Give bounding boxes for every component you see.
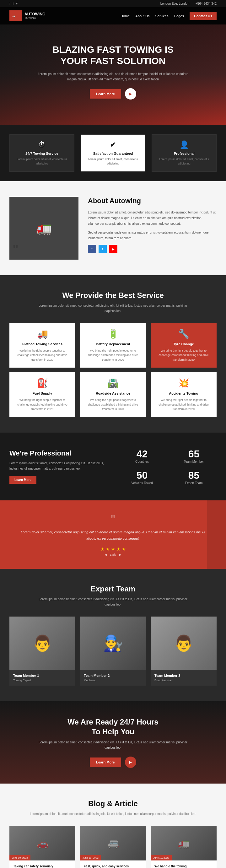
nav-pages[interactable]: Pages: [174, 14, 184, 18]
battery-title: Battery Replacement: [86, 342, 140, 346]
testi-prev[interactable]: ◀: [104, 553, 107, 556]
testimonial-side-image: [207, 500, 226, 569]
professional-desc: Lorem ipsum dolor sit amet, consectetur …: [158, 157, 211, 166]
hero-desc: Lorem ipsum dolor sit amet, consectetur …: [35, 71, 191, 82]
towing-service-desc: Lorem ipsum dolor sit amet, consectetur …: [15, 157, 68, 166]
satisfaction-title: Satisfaction Guaranteed: [87, 152, 140, 155]
svg-text:🚛: 🚛: [12, 15, 15, 18]
blog-image-2: 🚛 June 19, 2022: [151, 826, 217, 861]
learn-more-button[interactable]: Learn More: [90, 89, 121, 99]
facebook-icon[interactable]: f: [9, 2, 10, 5]
hero-title: Blazing Fast Towing is Your Fast Solutio…: [35, 44, 191, 67]
blog-post-title-0: Taking car safety seriously: [13, 864, 71, 868]
stat-countries: 42 Countries: [119, 448, 165, 463]
team-info-1: Team Member 2 Mechanic: [80, 670, 146, 686]
nav-services[interactable]: Services: [155, 14, 168, 18]
logo-text: AUTOWING TOWING: [25, 12, 45, 20]
top-bar: f i y London Eye, London +564 5434 342: [0, 0, 226, 7]
location-text: London Eye, London: [160, 2, 189, 5]
professional-left: We're Professional Lorem ipsum dolor sit…: [9, 449, 107, 484]
service-flatbed: 🚚 Flatbed Towing Services We bring the r…: [9, 323, 75, 368]
team-member-2: 👨 Team Member 3 Road Assistant: [151, 617, 217, 686]
services-grid: 🚚 Flatbed Towing Services We bring the r…: [9, 323, 217, 417]
team-member-1: 👨‍🔧 Team Member 2 Mechanic: [80, 617, 146, 686]
youtube-button[interactable]: ▶: [109, 245, 118, 253]
stat-vehicles-label: Vehicles Towed: [119, 481, 165, 485]
team-photo-1: 👨‍🔧: [80, 617, 146, 670]
service-fuel: ⛽ Fuel Supply We bring the right people …: [9, 372, 75, 417]
ready-learn-button[interactable]: Learn More: [90, 757, 121, 767]
about-para2: Sed ut perspiciatis unde omnis iste natu…: [88, 230, 217, 241]
blog-card-2: 🚛 June 19, 2022 We handle the towing Lor…: [151, 826, 217, 868]
youtube-icon[interactable]: y: [16, 2, 18, 5]
social-links[interactable]: f i y: [9, 2, 18, 5]
testimonial-text: Lorem dolor sit amet, consectetur adipis…: [19, 529, 207, 542]
blog-body-0: Taking car safety seriously Lorem ipsum …: [9, 861, 75, 868]
team-grid: 👨 Team Member 1 Towing Expert 👨‍🔧 Team M…: [9, 617, 217, 686]
ready-desc: Lorem ipsum dolor sit amet, consectetur …: [35, 740, 191, 750]
facebook-button[interactable]: f: [88, 245, 96, 253]
blog-image-1: 🚐 June 19, 2022: [80, 826, 146, 861]
fuel-title: Fuel Supply: [15, 392, 70, 395]
stat-expert-value: 85: [171, 470, 217, 481]
nav-home[interactable]: Home: [121, 14, 130, 18]
instagram-icon[interactable]: i: [13, 2, 13, 5]
stat-team: 65 Team Member: [171, 448, 217, 463]
blog-image-0: 🚗 June 19, 2022: [9, 826, 75, 861]
star-rating: ★ ★ ★ ★ ★: [19, 547, 207, 552]
blog-section: Blog & Article Lorem ipsum dolor sit ame…: [0, 783, 226, 868]
blog-title: Blog & Article: [9, 799, 217, 808]
play-button[interactable]: ▶: [125, 88, 136, 99]
blog-grid: 🚗 June 19, 2022 Taking car safety seriou…: [9, 826, 217, 868]
ready-play-button[interactable]: ▶: [125, 756, 136, 768]
about-social: f t ▶: [88, 245, 217, 253]
service-card-1: ✔ Satisfaction Guaranteed Lorem ipsum do…: [81, 134, 146, 172]
twitter-button[interactable]: t: [99, 245, 107, 253]
contact-us-button[interactable]: Contact Us: [190, 12, 217, 20]
professional-desc: Lorem ipsum dolor sit amet, consectetur …: [9, 461, 107, 471]
service-card-0: ⏱ 24/7 Towing Service Lorem ipsum dolor …: [9, 134, 74, 172]
best-service-title: We Provide the Best Service: [9, 291, 217, 300]
best-service-section: We Provide the Best Service Lorem ipsum …: [0, 275, 226, 433]
towing-service-title: 24/7 Towing Service: [15, 152, 68, 155]
team-section: Expert Team Lorem ipsum dolor sit amet, …: [0, 569, 226, 701]
services-strip: ⏱ 24/7 Towing Service Lorem ipsum dolor …: [0, 125, 226, 181]
fuel-icon: ⛽: [15, 378, 70, 388]
testimonial-navigation[interactable]: ◀ Lady ▶: [19, 553, 207, 556]
testi-next[interactable]: ▶: [119, 553, 122, 556]
tyre-icon: 🔧: [156, 329, 211, 339]
hero-section: Blazing Fast Towing is Your Fast Solutio…: [0, 25, 226, 125]
about-content: About Autowing Lorem ipsum dolor sit ame…: [88, 197, 217, 253]
flatbed-icon: 🚚: [15, 329, 70, 339]
hero-content: Blazing Fast Towing is Your Fast Solutio…: [35, 44, 191, 99]
professional-title: Professional: [158, 152, 211, 155]
blog-date-1: June 19, 2022: [80, 855, 101, 861]
roadside-title: Roadside Assistance: [86, 392, 140, 395]
flatbed-title: Flatbed Towing Services: [15, 342, 70, 346]
service-roadside: 🛣️ Roadside Assistance We bring the righ…: [80, 372, 146, 417]
stat-team-label: Team Member: [171, 460, 217, 463]
logo: 🚛 AUTOWING TOWING: [9, 10, 45, 21]
hero-buttons: Learn More ▶: [35, 88, 191, 99]
stat-countries-label: Countries: [119, 460, 165, 463]
stat-vehicles: 50 Vehicles Towed: [119, 470, 165, 485]
about-para1: Lorem ipsum dolor sit amet, consectetur …: [88, 210, 217, 227]
testi-label: Lady: [110, 553, 116, 556]
nav-about[interactable]: About Us: [135, 14, 150, 18]
about-title: About Autowing: [88, 197, 217, 205]
ready-section: We Are Ready 24/7 Hours To Help You Lore…: [0, 701, 226, 783]
team-member-0: 👨 Team Member 1 Towing Expert: [9, 617, 75, 686]
team-info-2: Team Member 3 Road Assistant: [151, 670, 217, 686]
service-tyre: 🔧 Tyre Change We bring the right people …: [151, 323, 217, 368]
team-title: Expert Team: [9, 585, 217, 593]
towing-service-icon: ⏱: [15, 140, 68, 149]
blog-date-2: June 19, 2022: [151, 855, 172, 861]
professional-learn-button[interactable]: Learn More: [9, 476, 36, 484]
nav-links: Home About Us Services Pages Contact Us: [121, 12, 217, 20]
service-card-2: 👤 Professional Lorem ipsum dolor sit ame…: [152, 134, 217, 172]
testimonial-section: " Lorem dolor sit amet, consectetur adip…: [0, 500, 226, 569]
stats-grid: 42 Countries 65 Team Member 50 Vehicles …: [119, 448, 217, 485]
about-section: 🚛 " About Autowing Lorem ipsum dolor sit…: [0, 181, 226, 275]
stat-team-value: 65: [171, 448, 217, 460]
roadside-icon: 🛣️: [86, 378, 140, 388]
